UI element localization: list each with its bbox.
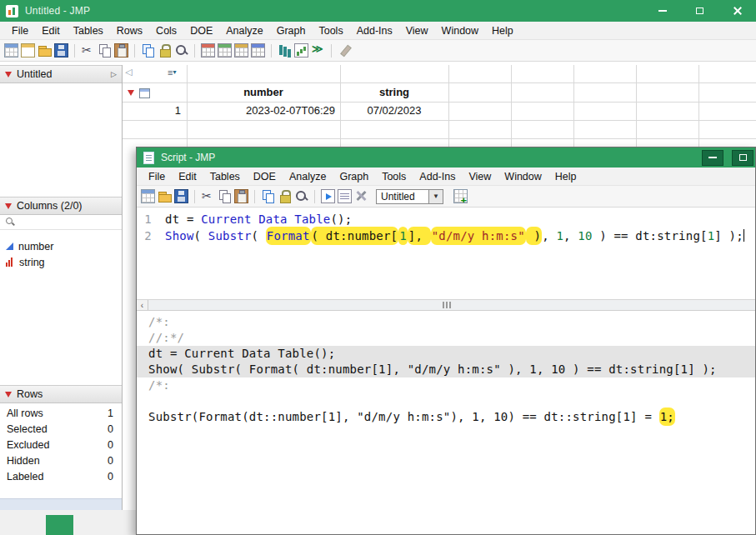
search-icon[interactable]: [174, 43, 188, 58]
menu-item-tables[interactable]: Tables: [67, 25, 110, 37]
paste-icon[interactable]: [114, 43, 128, 58]
menu-item-window[interactable]: Window: [498, 171, 548, 182]
menu-item-cols[interactable]: Cols: [149, 25, 183, 37]
save-icon[interactable]: [54, 43, 68, 58]
splitter-scroll-left-button[interactable]: ‹: [137, 300, 148, 310]
new-journal-icon[interactable]: [21, 43, 35, 58]
deselect-all-icon[interactable]: ◁: [125, 67, 132, 78]
menu-item-window[interactable]: Window: [435, 25, 485, 37]
chevron-down-icon[interactable]: ▼: [429, 189, 443, 204]
chart-icon[interactable]: [294, 43, 308, 58]
new-script-icon[interactable]: [338, 189, 352, 203]
column-item-string[interactable]: string: [0, 254, 122, 270]
menu-item-analyze[interactable]: Analyze: [219, 25, 269, 37]
data-table-combo-value[interactable]: Untitled: [376, 189, 429, 204]
open-icon[interactable]: [158, 189, 172, 203]
red-triangle-icon[interactable]: [5, 72, 12, 78]
search-icon[interactable]: [294, 189, 308, 203]
menu-item-help[interactable]: Help: [485, 25, 520, 37]
rows-stat-selected: Selected0: [0, 421, 122, 437]
menu-item-edit[interactable]: Edit: [172, 171, 203, 182]
minimize-button[interactable]: [643, 0, 681, 22]
editor-log-splitter[interactable]: ‹: [137, 299, 755, 311]
columns-search[interactable]: [0, 215, 122, 230]
new-data-table-icon[interactable]: [141, 189, 155, 203]
script-editor[interactable]: 1dt = Current Data Table();2Show( Substr…: [137, 208, 755, 299]
stat-value: 0: [108, 439, 113, 451]
table-green-icon[interactable]: [218, 43, 232, 58]
rows-panel-header[interactable]: Rows: [0, 385, 122, 403]
editor-line-1[interactable]: 1dt = Current Data Table();: [137, 211, 755, 228]
cut-icon[interactable]: [201, 189, 215, 203]
paste-icon[interactable]: [234, 189, 248, 203]
log-line-1[interactable]: /*:: [137, 314, 755, 330]
menu-item-edit[interactable]: Edit: [35, 25, 67, 37]
table-blue-icon[interactable]: [251, 43, 265, 58]
menu-item-help[interactable]: Help: [548, 171, 583, 182]
panel-expand-icon[interactable]: ▷: [111, 70, 117, 78]
table-red-icon[interactable]: [201, 43, 215, 58]
cell-string-value[interactable]: 07/02/2023: [340, 104, 448, 117]
menu-item-graph[interactable]: Graph: [333, 171, 375, 182]
log-line-6[interactable]: [137, 393, 755, 409]
menu-item-file[interactable]: File: [142, 171, 172, 182]
log-line-7[interactable]: Substr(Format(dt::number[1], "d/m/y h:m:…: [137, 409, 755, 425]
columns-panel-header[interactable]: Columns (2/0): [0, 197, 122, 215]
menu-item-tables[interactable]: Tables: [203, 171, 247, 182]
add-to-data-table-icon[interactable]: [453, 189, 468, 203]
copy-table-icon[interactable]: [141, 43, 155, 58]
copy-table-icon[interactable]: [261, 189, 275, 203]
menu-item-add-ins[interactable]: Add-Ins: [350, 25, 399, 37]
log-line-2[interactable]: //:*/: [137, 330, 755, 346]
copy-icon[interactable]: [218, 189, 232, 203]
close-button[interactable]: [718, 0, 756, 22]
cut-icon[interactable]: [81, 43, 95, 58]
table-panel-header[interactable]: Untitled ▷: [0, 65, 122, 83]
menu-item-graph[interactable]: Graph: [270, 25, 313, 37]
log-pane[interactable]: /*://:*/dt = Current Data Table();Show( …: [137, 311, 755, 534]
lock-icon[interactable]: [158, 43, 172, 58]
menu-item-tools[interactable]: Tools: [375, 171, 413, 182]
copy-icon[interactable]: [98, 43, 112, 58]
new-data-table-icon[interactable]: [4, 43, 18, 58]
row-number-cell[interactable]: 1: [123, 104, 181, 117]
menu-item-view[interactable]: View: [399, 25, 435, 37]
red-triangle-icon[interactable]: [5, 392, 12, 398]
column-header-string[interactable]: string: [340, 86, 448, 101]
minimize-icon: [708, 157, 717, 158]
rows-red-triangle-icon[interactable]: [128, 90, 134, 96]
red-triangle-icon[interactable]: [5, 203, 12, 209]
code-segment: Current Data Table: [201, 212, 330, 226]
cell-number-value[interactable]: 2023-02-07T06:29: [188, 104, 335, 117]
table-gold-icon[interactable]: [234, 43, 248, 58]
menu-item-doe[interactable]: DOE: [247, 171, 283, 182]
menu-item-view[interactable]: View: [462, 171, 498, 182]
splitter-grip-icon[interactable]: [446, 302, 448, 308]
script-minimize-button[interactable]: [702, 150, 723, 166]
menu-item-analyze[interactable]: Analyze: [283, 171, 333, 182]
menu-item-rows[interactable]: Rows: [110, 25, 149, 37]
log-line-4[interactable]: Show( Substr( Format( dt:number[1], "d/m…: [137, 362, 755, 378]
annotate-icon[interactable]: [338, 43, 352, 58]
column-header-number[interactable]: number: [187, 86, 340, 101]
menu-item-tools[interactable]: Tools: [312, 25, 349, 37]
editor-line-2[interactable]: 2Show( Substr( Format( dt:number[1], "d/…: [137, 228, 755, 244]
script-titlebar[interactable]: Script - JMP: [137, 148, 755, 168]
lock-icon[interactable]: [278, 189, 292, 203]
maximize-button[interactable]: [681, 0, 718, 22]
run-script-icon[interactable]: [321, 189, 335, 203]
log-line-5[interactable]: /*:: [137, 378, 755, 393]
open-icon[interactable]: [38, 43, 52, 58]
run-icon[interactable]: [311, 43, 325, 58]
script-maximize-button[interactable]: [732, 150, 753, 166]
log-line-3[interactable]: dt = Current Data Table();: [137, 346, 755, 362]
column-item-number[interactable]: number: [0, 238, 122, 254]
tools-icon[interactable]: [354, 189, 368, 203]
toolbar-separator: [314, 190, 315, 203]
summary-icon[interactable]: [278, 43, 292, 58]
menu-item-file[interactable]: File: [5, 25, 35, 37]
menu-item-add-ins[interactable]: Add-Ins: [413, 171, 462, 182]
menu-item-doe[interactable]: DOE: [183, 25, 219, 37]
save-icon[interactable]: [174, 189, 188, 203]
column-filter-icon[interactable]: ≡▾: [168, 68, 176, 78]
